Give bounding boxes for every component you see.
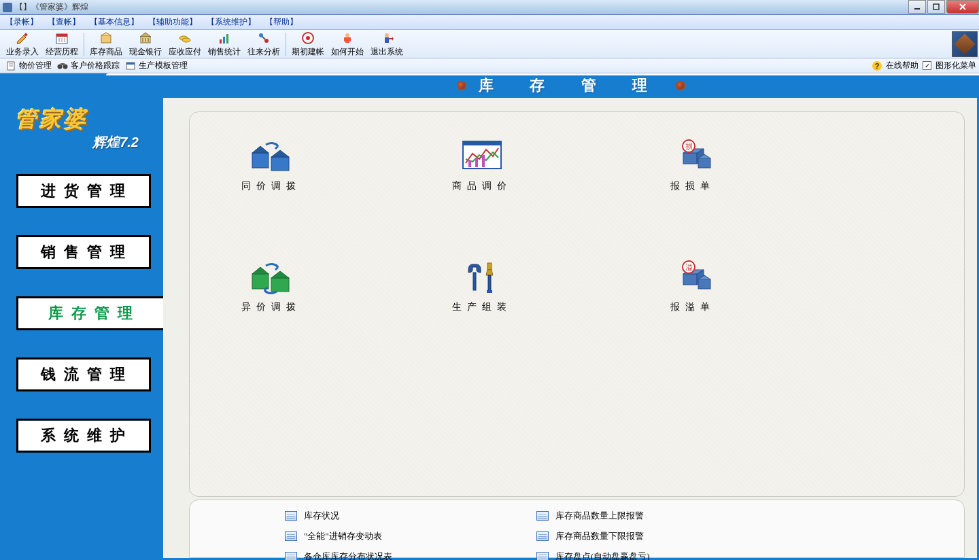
- svg-rect-43: [698, 158, 710, 168]
- svg-rect-40: [475, 158, 478, 167]
- page-title: 库 存 管 理: [479, 75, 664, 96]
- gfx-menu-checkbox[interactable]: ✓: [923, 61, 931, 70]
- tool-label: 退出系统: [371, 46, 403, 58]
- svg-rect-4: [56, 34, 67, 37]
- tb2-template-mgmt[interactable]: 生产模板管理: [122, 60, 190, 71]
- svg-rect-15: [220, 39, 222, 43]
- tool-exit[interactable]: 退出系统: [367, 30, 407, 58]
- btn-assembly[interactable]: 生产组装: [441, 260, 523, 313]
- menu-query[interactable]: 【查帐】: [48, 16, 80, 28]
- nav-cashflow[interactable]: 钱流管理: [16, 357, 151, 391]
- tb2-customer-price[interactable]: 客户价格跟踪: [54, 60, 122, 71]
- svg-text:损: 损: [685, 142, 693, 150]
- tb2-label: 客户价格跟踪: [71, 60, 120, 71]
- tool-history[interactable]: 经营历程: [42, 30, 82, 58]
- link-label: 库存盘点(自动盘赢盘亏): [555, 550, 650, 560]
- tool-relation[interactable]: 往来分析: [244, 30, 284, 58]
- maximize-button[interactable]: [927, 0, 945, 14]
- help-icon[interactable]: ?: [872, 61, 882, 71]
- menu-help[interactable]: 【帮助】: [265, 16, 298, 28]
- logo-sub: 辉煌7.2: [15, 133, 152, 152]
- tool-receivable[interactable]: 应收应付: [165, 30, 205, 58]
- pencil-icon: [15, 31, 30, 46]
- tool-init[interactable]: 期初建帐: [288, 30, 328, 58]
- icon-label: 生产组装: [452, 301, 512, 313]
- svg-rect-0: [914, 8, 920, 10]
- link-lower-alarm[interactable]: 库存商品数量下限报警: [536, 530, 706, 542]
- tool-howto[interactable]: 如何开始: [328, 30, 367, 58]
- person-icon: [340, 31, 355, 46]
- icon-label: 报损单: [670, 180, 715, 192]
- menu-aux[interactable]: 【辅助功能】: [148, 16, 197, 28]
- gfx-menu-label: 图形化菜单: [935, 60, 976, 71]
- tool-label: 如何开始: [331, 46, 364, 58]
- tool-biz-input[interactable]: 业务录入: [3, 30, 42, 58]
- nav-purchase[interactable]: 进货管理: [16, 174, 151, 208]
- svg-rect-17: [226, 34, 228, 43]
- calendar-icon: [54, 31, 69, 46]
- svg-rect-25: [349, 37, 351, 41]
- tb2-label: 物价管理: [19, 60, 52, 71]
- nav-label: 系统维护: [18, 421, 149, 451]
- svg-rect-38: [463, 141, 501, 145]
- nav-sales[interactable]: 销售管理: [16, 235, 151, 269]
- menu-record[interactable]: 【录帐】: [5, 16, 38, 28]
- btn-overflow-report[interactable]: 溢 报溢单: [652, 260, 734, 313]
- svg-point-14: [182, 38, 190, 42]
- btn-reprice[interactable]: 商品调价: [441, 139, 523, 192]
- svg-text:溢: 溢: [685, 263, 693, 271]
- online-help-link[interactable]: 在线帮助: [886, 60, 918, 71]
- icon-grid: 同价调拨 商品调价 损 报损单 异价调拨: [189, 111, 965, 497]
- svg-rect-35: [252, 153, 269, 168]
- content-area: 同价调拨 商品调价 损 报损单 异价调拨: [163, 98, 979, 560]
- toolbar-secondary: 物价管理 客户价格跟踪 生产模板管理 ? 在线帮助 ✓ 图形化菜单: [0, 58, 979, 73]
- link-stock-status[interactable]: 库存状况: [285, 510, 455, 522]
- svg-rect-8: [101, 35, 111, 43]
- link-label: 库存商品数量下限报警: [555, 530, 644, 542]
- table-icon: [285, 552, 297, 560]
- btn-transfer-diff-price[interactable]: 异价调拨: [230, 260, 312, 313]
- table-icon: [285, 511, 297, 521]
- link-warehouse-dist[interactable]: 各仓库库存分布状况表: [285, 550, 455, 560]
- menubar: 【录帐】 【查帐】 【基本信息】 【辅助功能】 【系统维护】 【帮助】: [0, 15, 979, 30]
- btn-transfer-same-price[interactable]: 同价调拨: [230, 139, 312, 192]
- maximize-icon: [933, 3, 940, 10]
- tool-sales-stat[interactable]: 销售统计: [205, 30, 244, 58]
- tool-label: 现金银行: [129, 46, 162, 58]
- link-label: 库存商品数量上限报警: [555, 510, 644, 522]
- brand-cube-icon: [952, 31, 978, 57]
- svg-point-21: [306, 36, 310, 40]
- menu-basic-info[interactable]: 【基本信息】: [90, 16, 139, 28]
- table-icon: [536, 552, 549, 560]
- chart-icon: [217, 31, 232, 46]
- nav-inventory[interactable]: 库存管理: [16, 296, 163, 330]
- tool-cash[interactable]: 现金银行: [126, 30, 165, 58]
- close-button[interactable]: [946, 0, 979, 14]
- btn-loss-report[interactable]: 损 报损单: [652, 139, 734, 192]
- nav-label: 销售管理: [18, 237, 149, 267]
- app-icon: [3, 3, 12, 12]
- svg-rect-16: [223, 37, 225, 43]
- logo-main: 管家婆: [15, 105, 152, 135]
- tb2-right: ? 在线帮助 ✓ 图形化菜单: [872, 60, 976, 71]
- window-controls: [907, 0, 979, 14]
- doc-icon: [5, 61, 16, 71]
- tb2-price-mgmt[interactable]: 物价管理: [3, 60, 54, 71]
- link-upper-alarm[interactable]: 库存商品数量上限报警: [536, 510, 706, 522]
- svg-rect-12: [148, 38, 149, 42]
- chart-reprice-icon: [459, 139, 505, 173]
- svg-rect-53: [698, 279, 710, 289]
- menu-sys-maint[interactable]: 【系统维护】: [207, 16, 256, 28]
- icon-label: 报溢单: [670, 301, 715, 313]
- ornament-icon: [676, 81, 685, 90]
- nav-sysmaint[interactable]: 系统维护: [16, 419, 151, 453]
- link-label: 库存状况: [304, 510, 339, 522]
- icon-label: 同价调拨: [241, 180, 301, 192]
- init-icon: [300, 31, 315, 46]
- tool-stock[interactable]: 库存商品: [86, 30, 126, 58]
- link-stock-check[interactable]: 库存盘点(自动盘赢盘亏): [536, 550, 706, 560]
- toolbar: 业务录入 经营历程 库存商品 现金银行 应收应付 销售统计 往来分析 期初建帐 …: [0, 30, 979, 58]
- svg-rect-36: [271, 157, 289, 171]
- link-allinone-report[interactable]: "全能"进销存变动表: [285, 530, 455, 542]
- minimize-button[interactable]: [908, 0, 926, 14]
